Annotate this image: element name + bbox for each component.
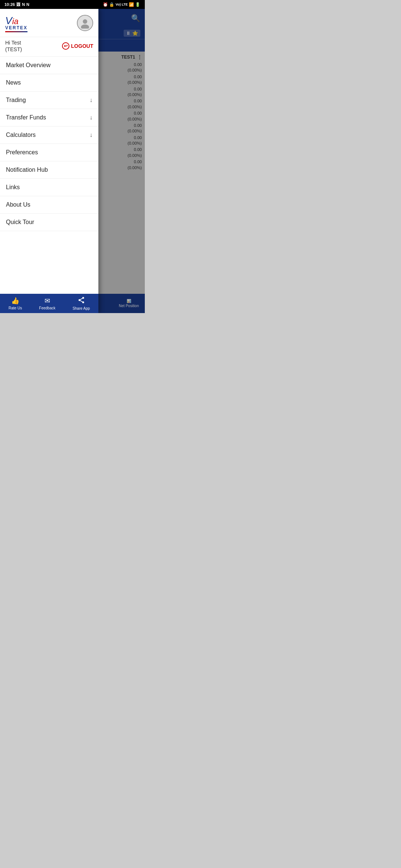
drawer-menu: Market Overview News Trading ↓ Transfer … <box>0 57 98 294</box>
status-right: ⏰ 🔒 Vo) LTE 📶 🔋 <box>103 2 140 7</box>
svg-point-1 <box>81 24 89 29</box>
svg-point-0 <box>83 19 87 24</box>
drawer-footer: 👍 Rate Us ✉ Feedback <box>0 294 98 313</box>
menu-item-market-overview[interactable]: Market Overview <box>0 57 98 74</box>
menu-item-transfer-funds[interactable]: Transfer Funds ↓ <box>0 109 98 126</box>
lte-icon: Vo) LTE <box>115 3 128 6</box>
menu-item-links[interactable]: Links <box>0 179 98 196</box>
lock-icon: 🔒 <box>109 2 114 7</box>
logo-vertex-text: VERTEX <box>5 25 27 30</box>
avatar[interactable] <box>77 15 93 31</box>
status-left: 10:26 🖼 N N <box>4 2 29 7</box>
time-display: 10:26 <box>4 2 15 7</box>
share-icon <box>78 297 85 305</box>
thumbs-up-icon: 👍 <box>11 297 19 305</box>
menu-item-calculators[interactable]: Calculators ↓ <box>0 126 98 144</box>
logout-button[interactable]: ↩ LOGOUT <box>62 42 93 50</box>
n-icon-2: N <box>26 2 29 7</box>
menu-item-news[interactable]: News <box>0 74 98 92</box>
logo-underline <box>5 31 27 32</box>
drawer-overlay: V ia VERTEX Hi Test (TEST) <box>0 9 145 313</box>
svg-line-6 <box>79 300 83 302</box>
app-container: 🔍 SENSEX 0.00 0.00 0.00 ⏸ ⭐ e Indices L … <box>0 9 145 313</box>
share-app-button[interactable]: Share App <box>72 297 90 310</box>
drawer-header: V ia VERTEX <box>0 9 98 37</box>
logo-area: V ia VERTEX <box>5 15 27 32</box>
greeting-text: Hi Test (TEST) <box>5 39 22 53</box>
rate-us-button[interactable]: 👍 Rate Us <box>9 297 22 310</box>
navigation-drawer: V ia VERTEX Hi Test (TEST) <box>0 9 98 313</box>
transfer-arrow-icon: ↓ <box>89 114 92 121</box>
feedback-button[interactable]: ✉ Feedback <box>39 297 55 310</box>
battery-icon: 🔋 <box>135 2 140 7</box>
calculators-arrow-icon: ↓ <box>89 132 92 138</box>
menu-item-quick-tour[interactable]: Quick Tour <box>0 214 98 231</box>
signal-icon: 📶 <box>129 2 134 7</box>
n-icon-1: N <box>22 2 25 7</box>
drawer-scrim[interactable] <box>98 9 145 313</box>
menu-item-notification-hub[interactable]: Notification Hub <box>0 161 98 179</box>
svg-line-5 <box>79 298 83 300</box>
menu-item-preferences[interactable]: Preferences <box>0 144 98 161</box>
menu-item-about-us[interactable]: About Us <box>0 196 98 214</box>
status-bar: 10:26 🖼 N N ⏰ 🔒 Vo) LTE 📶 🔋 <box>0 0 145 9</box>
alarm-icon: ⏰ <box>103 2 108 7</box>
menu-item-trading[interactable]: Trading ↓ <box>0 92 98 109</box>
camera-icon: 🖼 <box>16 2 20 7</box>
greeting-area: Hi Test (TEST) ↩ LOGOUT <box>0 37 98 57</box>
logout-icon: ↩ <box>62 42 69 50</box>
trading-arrow-icon: ↓ <box>89 97 92 103</box>
mail-icon: ✉ <box>45 297 50 305</box>
